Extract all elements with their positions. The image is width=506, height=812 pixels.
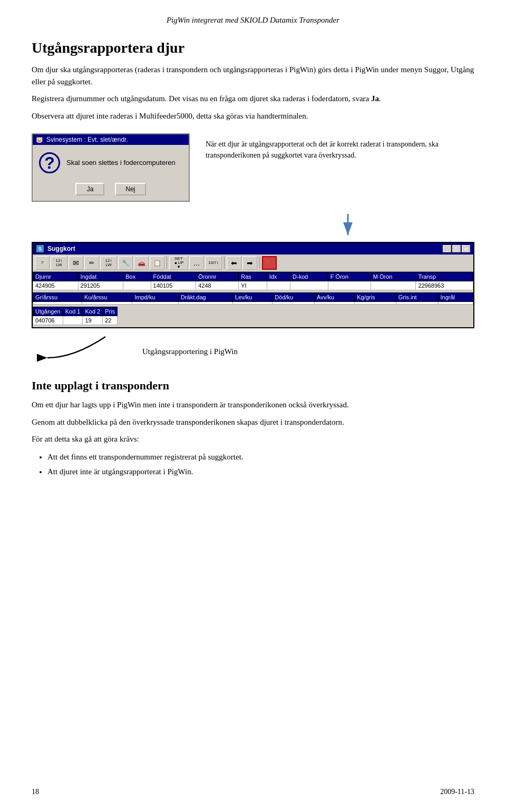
secondary-data-table: Gr/årssu Ku/årssu Impd/ku Dräkt.dag Lev/… xyxy=(33,292,473,305)
toolbar-btn-2[interactable]: 12↕LW xyxy=(51,256,67,270)
section2-title: Inte upplagt i transpondern xyxy=(32,379,474,393)
dialog-section: 🐷 Svinesystem : Evt. slet/ændr. ? Skal s… xyxy=(32,133,474,202)
cell-kod2: 19 xyxy=(83,316,103,325)
main-data-table: Djurnr Ingdat Box Föddat Öronnr Ras Idx … xyxy=(33,272,473,290)
arrow-down-wrapper xyxy=(221,211,474,240)
table1-wrapper: Djurnr Ingdat Box Föddat Öronnr Ras Idx … xyxy=(33,272,473,290)
col-grarssu: Gr/årssu xyxy=(33,293,82,302)
toolbar-btn-4[interactable]: ✏ xyxy=(84,256,99,270)
dialog-titlebar: 🐷 Svinesystem : Evt. slet/ændr. xyxy=(33,134,189,145)
col-utgangen: Utgången xyxy=(33,307,63,316)
curved-arrow-svg xyxy=(32,331,137,363)
toolbar-separator-3 xyxy=(259,257,260,269)
cell-transp: 22968963 xyxy=(416,281,473,290)
minimize-button[interactable]: _ xyxy=(443,245,451,252)
cell-oronnr: 4248 xyxy=(196,281,239,290)
footer-date: 2009-11-13 xyxy=(440,788,474,796)
section2-para3: För att detta ska gå att göra krävs: xyxy=(32,433,474,445)
cell-pris: 22 xyxy=(103,316,118,325)
col-drakt: Dräkt.dag xyxy=(178,293,232,302)
col-kod2: Kod 2 xyxy=(83,307,103,316)
section2-para2: Genom att dubbelklicka på den överkryssa… xyxy=(32,416,474,428)
toolbar-btn-8[interactable]: 📋 xyxy=(150,256,164,270)
bullet-item-2: Att djuret inte är utgångsrapporterat i … xyxy=(47,465,474,478)
col-levku: Lev/ku xyxy=(233,293,273,302)
col-transp: Transp xyxy=(416,272,473,281)
dialog-yes-button[interactable]: Ja xyxy=(75,183,104,195)
table-header-row: Djurnr Ingdat Box Föddat Öronnr Ras Idx … xyxy=(33,272,473,281)
cell-foddat: 140105 xyxy=(151,281,196,290)
cell-dkod xyxy=(290,281,328,290)
para2: Registrera djurnummer och utgångsdatum. … xyxy=(32,93,474,105)
titlebar-left: S Suggkort xyxy=(36,244,75,253)
toolbar-btn-5[interactable]: 12↕LW xyxy=(100,256,117,270)
table2-row xyxy=(33,302,473,305)
arrow-label: Utgångsrapportering i PigWin xyxy=(142,347,238,356)
toolbar-btn-7[interactable]: 🚗 xyxy=(134,256,149,270)
toolbar-separator-1 xyxy=(167,257,167,269)
table-row: 424905 291205 140105 4248 YI 22968963 xyxy=(33,281,473,290)
toolbar-btn-14[interactable]: 🚫 xyxy=(262,256,277,270)
window-icon: S xyxy=(36,244,44,253)
cell-idx xyxy=(267,281,290,290)
dialog-body: ? Skal soen slettes i fodercomputeren xyxy=(33,145,189,179)
cell-djurnr: 424905 xyxy=(33,281,79,290)
table3-wrapper: Utgången Kod 1 Kod 2 Pris 040706 19 22 xyxy=(33,307,473,325)
cell-foron xyxy=(328,281,371,290)
toolbar-btn-10[interactable]: ... xyxy=(189,256,204,270)
dialog-icon: 🐷 xyxy=(36,136,43,143)
dialog-no-button[interactable]: Nej xyxy=(115,183,145,195)
toolbar-btn-1[interactable]: ? xyxy=(35,256,50,270)
col-djurnr: Djurnr xyxy=(33,272,79,281)
dialog-message: Skal soen slettes i fodercomputeren xyxy=(66,158,176,168)
col-oronnr: Öronnr xyxy=(196,272,239,281)
dialog-box: 🐷 Svinesystem : Evt. slet/ændr. ? Skal s… xyxy=(32,133,190,202)
col-kuarssu: Ku/årssu xyxy=(82,293,132,302)
toolbar-btn-11[interactable]: 10/7↕ xyxy=(205,256,222,270)
col-grisint: Gris.int xyxy=(396,293,438,302)
cell-box xyxy=(123,281,151,290)
dialog-title: Svinesystem : Evt. slet/ændr. xyxy=(46,136,128,143)
cell-ras: YI xyxy=(239,281,267,290)
section2-para1: Om ett djur har lagts upp i PigWin men i… xyxy=(32,399,474,411)
table3-header-row: Utgången Kod 1 Kod 2 Pris xyxy=(33,307,118,316)
col-ingdat: Ingdat xyxy=(78,272,123,281)
table2-header-row: Gr/årssu Ku/årssu Impd/ku Dräkt.dag Lev/… xyxy=(33,293,473,302)
maximize-button[interactable]: □ xyxy=(452,245,461,252)
table2-wrapper: Gr/årssu Ku/årssu Impd/ku Dräkt.dag Lev/… xyxy=(33,292,473,305)
col-idx: Idx xyxy=(267,272,290,281)
close-button[interactable]: ✕ xyxy=(462,245,470,252)
page-footer: 18 2009-11-13 xyxy=(0,788,506,796)
bullet-item-1: Att det finns ett transpondernummer regi… xyxy=(47,451,474,463)
bottom-arrow-area: Utgångsrapportering i PigWin xyxy=(32,331,474,363)
toolbar-separator-2 xyxy=(224,257,225,269)
toolbar-btn-3[interactable]: ✉ xyxy=(69,256,83,270)
titlebar-controls[interactable]: _ □ ✕ xyxy=(443,245,470,252)
page-header: PigWin integrerat med SKIOLD Datamix Tra… xyxy=(32,16,474,25)
col-pris: Pris xyxy=(103,307,118,316)
col-moron: M Öron xyxy=(371,272,416,281)
suggkort-window: S Suggkort _ □ ✕ ? 12↕LW ✉ ✏ 12↕LW 🔧 � xyxy=(32,242,474,328)
col-ingral: Ingrål xyxy=(438,293,473,302)
cell-ingdat: 291205 xyxy=(78,281,123,290)
col-foron: F Öron xyxy=(328,272,371,281)
toolbar: ? 12↕LW ✉ ✏ 12↕LW 🔧 🚗 📋 SET▲UP▼ ... xyxy=(33,255,473,272)
col-kggris: Kg/gris xyxy=(355,293,396,302)
side-text: När ett djur är utgångsrapporterat och d… xyxy=(206,133,474,161)
toolbar-btn-13[interactable]: ➡ xyxy=(242,256,257,270)
suggkort-title: Suggkort xyxy=(47,245,75,252)
utgangen-table: Utgången Kod 1 Kod 2 Pris 040706 19 22 xyxy=(33,307,118,325)
toolbar-btn-12[interactable]: ⬅ xyxy=(227,256,241,270)
footer-page-number: 18 xyxy=(32,788,39,796)
table3-row: 040706 19 22 xyxy=(33,316,118,325)
toolbar-btn-9[interactable]: SET▲UP▼ xyxy=(169,256,188,270)
suggkort-titlebar: S Suggkort _ □ ✕ xyxy=(33,243,473,255)
cell-moron xyxy=(371,281,416,290)
bullet-list: Att det finns ett transpondernummer regi… xyxy=(47,451,474,478)
col-avvku: Avv/ku xyxy=(315,293,355,302)
col-dkod: D-kod xyxy=(290,272,328,281)
col-box: Box xyxy=(123,272,151,281)
col-foddat: Föddat xyxy=(151,272,196,281)
down-arrow-svg xyxy=(332,211,364,238)
toolbar-btn-6[interactable]: 🔧 xyxy=(118,256,133,270)
